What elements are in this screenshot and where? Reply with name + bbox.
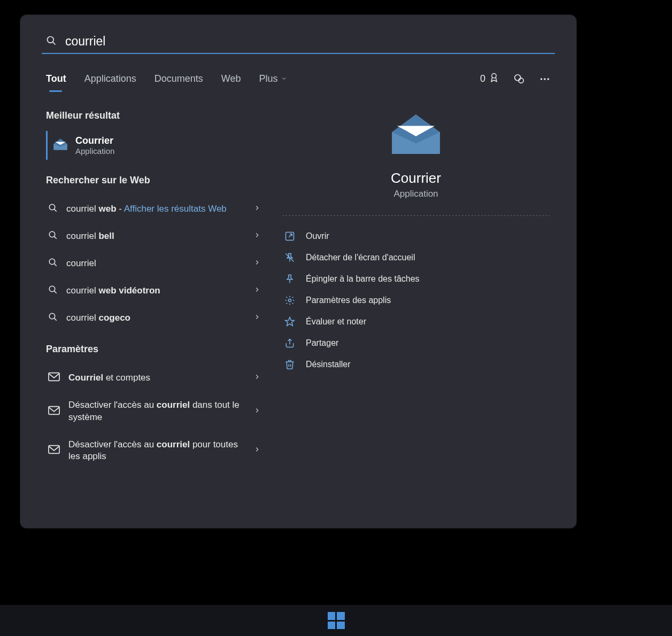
web-result-1[interactable]: courriel web - Afficher les résultats We… xyxy=(46,196,266,223)
svg-point-6 xyxy=(544,78,546,80)
web-result-4-text: courriel web vidéotron xyxy=(66,285,160,297)
chevron-right-icon xyxy=(253,373,261,383)
action-app-settings[interactable]: Paramètres des applis xyxy=(282,290,550,311)
action-pin-taskbar[interactable]: Épingler à la barre des tâches xyxy=(282,268,550,290)
search-row xyxy=(20,15,576,53)
svg-point-31 xyxy=(289,299,291,302)
search-panel: Tout Applications Documents Web Plus 0 xyxy=(20,15,576,528)
settings-result-1[interactable]: Courriel et comptes xyxy=(46,364,266,392)
action-unpin-label: Détacher de l'écran d'accueil xyxy=(306,253,415,262)
content: Meilleur résultat Courrier Application R… xyxy=(20,86,576,470)
search-icon xyxy=(48,230,58,242)
tab-web[interactable]: Web xyxy=(221,73,241,84)
svg-marker-32 xyxy=(285,317,295,326)
tabs-row: Tout Applications Documents Web Plus 0 xyxy=(20,54,576,86)
settings-header: Paramètres xyxy=(46,344,266,355)
action-share[interactable]: Partager xyxy=(282,332,550,354)
settings-result-2[interactable]: Désactiver l'accès au courriel dans tout… xyxy=(46,392,266,431)
tab-documents[interactable]: Documents xyxy=(155,73,203,84)
action-app-settings-label: Paramètres des applis xyxy=(306,296,391,305)
search-icon xyxy=(48,258,58,269)
preview-title: Courrier xyxy=(391,170,441,187)
svg-point-5 xyxy=(540,78,543,80)
svg-point-13 xyxy=(49,232,55,238)
svg-point-17 xyxy=(49,286,55,292)
share-icon xyxy=(284,338,295,348)
settings-result-3[interactable]: Désactiver l'accès au courriel pour tout… xyxy=(46,431,266,471)
tab-all[interactable]: Tout xyxy=(46,73,66,84)
web-result-5[interactable]: courriel cogeco xyxy=(46,305,266,332)
open-icon xyxy=(284,231,295,242)
divider xyxy=(282,215,550,216)
action-unpin-start[interactable]: Détacher de l'écran d'accueil xyxy=(282,247,550,268)
svg-point-3 xyxy=(515,74,521,80)
svg-rect-23 xyxy=(49,446,59,454)
chevron-right-icon xyxy=(253,259,261,268)
results-left: Meilleur résultat Courrier Application R… xyxy=(20,110,266,470)
chevron-right-icon xyxy=(253,204,261,214)
medal-icon xyxy=(489,72,499,86)
preview-header: Courrier Application xyxy=(282,110,550,226)
tab-apps[interactable]: Applications xyxy=(84,73,136,84)
web-result-2-text: courriel bell xyxy=(66,230,114,243)
rewards-button[interactable]: 0 xyxy=(480,72,499,86)
gear-icon xyxy=(284,295,295,306)
svg-point-11 xyxy=(49,205,55,211)
unpin-icon xyxy=(284,252,295,263)
best-result-text: Courrier Application xyxy=(75,135,114,156)
settings-result-2-text: Désactiver l'accès au courriel dans tout… xyxy=(68,399,245,424)
best-result-header: Meilleur résultat xyxy=(46,110,266,121)
svg-line-20 xyxy=(55,319,57,321)
action-share-label: Partager xyxy=(306,338,338,348)
chevron-right-icon xyxy=(253,407,261,416)
pin-icon xyxy=(284,274,295,284)
svg-point-7 xyxy=(547,78,550,80)
action-rate[interactable]: Évaluer et noter xyxy=(282,311,550,332)
preview-pane: Courrier Application Ouvrir Détacher de … xyxy=(266,110,576,470)
web-result-3[interactable]: courriel xyxy=(46,250,266,277)
action-open-label: Ouvrir xyxy=(306,231,329,241)
svg-rect-22 xyxy=(49,406,59,414)
mail-outline-icon xyxy=(48,406,60,417)
chevron-right-icon xyxy=(253,286,261,296)
svg-point-2 xyxy=(492,74,496,78)
mail-app-icon-large xyxy=(389,113,443,170)
taskbar xyxy=(0,605,672,636)
svg-rect-21 xyxy=(49,373,59,381)
rewards-count: 0 xyxy=(480,73,485,84)
web-result-4[interactable]: courriel web vidéotron xyxy=(46,277,266,305)
best-result-title: Courrier xyxy=(75,135,114,146)
svg-line-14 xyxy=(55,237,57,239)
web-result-2[interactable]: courriel bell xyxy=(46,223,266,250)
svg-point-0 xyxy=(48,36,54,43)
svg-line-18 xyxy=(55,291,57,293)
chevron-right-icon xyxy=(253,446,261,455)
web-header: Rechercher sur le Web xyxy=(46,175,266,186)
best-result-item[interactable]: Courrier Application xyxy=(46,131,266,160)
web-result-1-text: courriel web - Afficher les résultats We… xyxy=(66,203,227,215)
svg-line-16 xyxy=(55,264,57,266)
mail-outline-icon xyxy=(48,372,60,384)
action-pin-taskbar-label: Épingler à la barre des tâches xyxy=(306,274,420,284)
settings-result-3-text: Désactiver l'accès au courriel pour tout… xyxy=(68,439,245,463)
star-icon xyxy=(284,316,295,327)
svg-point-15 xyxy=(49,259,55,265)
action-open[interactable]: Ouvrir xyxy=(282,226,550,247)
chevron-right-icon xyxy=(253,313,261,323)
trash-icon xyxy=(284,359,295,370)
svg-point-19 xyxy=(49,313,55,319)
search-icon xyxy=(48,203,58,215)
chat-icon[interactable] xyxy=(513,73,525,85)
svg-point-4 xyxy=(519,78,523,83)
search-icon xyxy=(48,312,58,324)
start-button[interactable] xyxy=(328,612,345,629)
search-icon xyxy=(46,35,57,48)
action-uninstall[interactable]: Désinstaller xyxy=(282,354,550,375)
mail-outline-icon xyxy=(48,445,60,456)
chevron-down-icon xyxy=(281,73,287,84)
tab-more[interactable]: Plus xyxy=(259,73,287,84)
search-input[interactable] xyxy=(65,34,551,49)
tabs-right: 0 xyxy=(480,72,551,86)
more-options-icon[interactable] xyxy=(539,73,551,85)
action-uninstall-label: Désinstaller xyxy=(306,360,351,369)
